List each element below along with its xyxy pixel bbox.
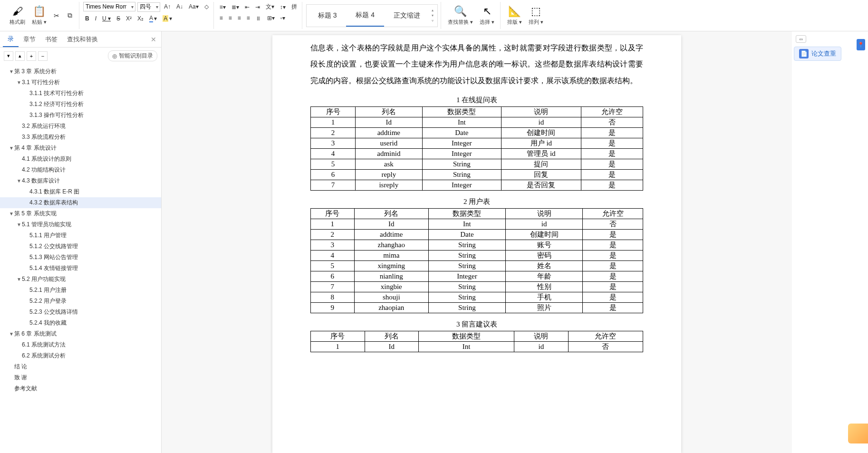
font-name-select[interactable] [83,2,135,11]
outline-item-label: 5.2.4 我的收藏 [29,319,67,327]
style-body-indent[interactable]: 正文缩进 [384,5,430,27]
locator-pin-button[interactable]: 📍 [857,39,865,50]
outline-item[interactable]: 3.2 系统运行环境 [0,121,161,132]
grow-font-button[interactable]: A↑ [162,2,173,11]
table-header-cell: 序号 [311,331,365,342]
styles-more-button[interactable]: ▿ [432,19,434,23]
numbering-button[interactable]: ≣▾ [230,3,241,11]
outline-item[interactable]: 3.1.3 操作可行性分析 [0,110,161,121]
outline-item[interactable]: 3.1.1 技术可行性分析 [0,88,161,99]
outline-item[interactable]: 5.1.2 公交线路管理 [0,241,161,252]
format-painter-button[interactable]: 🖌 格式刷 [7,4,28,27]
table-cell: 5 [311,159,356,170]
outline-item[interactable]: ▼5.2 用户功能实现 [0,274,161,285]
table-cell: 是 [583,303,643,313]
font-color-button[interactable]: A ▾ [147,14,159,23]
sidebar-tab-find[interactable]: 查找和替换 [62,32,103,47]
outline-item[interactable]: 5.2.2 用户登录 [0,296,161,307]
sidebar-tab-chapter[interactable]: 章节 [19,32,40,47]
underline-button[interactable]: U ▾ [100,14,113,23]
arrange-button[interactable]: ⬚ 排列 ▾ [526,4,546,27]
align-center-button[interactable]: ≡ [227,14,234,22]
bold-button[interactable]: B [83,14,91,23]
line-spacing-button[interactable]: ↕▾ [278,3,288,11]
outline-item[interactable]: 结 论 [0,361,161,372]
clear-format-button[interactable]: ◇ [203,2,211,11]
outline-item[interactable]: 4.1 系统设计的原则 [0,154,161,164]
outline-remove-button[interactable]: − [38,51,48,61]
sidebar-tab-bookmark[interactable]: 书签 [40,32,62,47]
table-cell: 是 [583,261,643,271]
outline-item[interactable]: 5.2.3 公交线路详情 [0,307,161,318]
align-left-button[interactable]: ≡ [218,14,225,22]
highlight-button[interactable]: A ▾ [161,14,174,23]
outline-item[interactable]: 4.3.2 数据库表结构 [0,197,161,208]
outline-item[interactable]: 5.1.1 用户管理 [0,230,161,241]
outline-add-button[interactable]: + [27,51,36,61]
shrink-font-button[interactable]: A↓ [174,2,185,11]
align-right-button[interactable]: ≡ [236,14,243,22]
outline-item[interactable]: ▼4.3 数据库设计 [0,175,161,186]
strike-button[interactable]: S [115,14,122,23]
outline-item[interactable]: 5.2.4 我的收藏 [0,318,161,328]
table-cell: Integer [422,149,502,159]
italic-button[interactable]: I [93,14,98,23]
table-cell: Int [419,342,514,352]
find-replace-button[interactable]: 🔍 查找替换 ▾ [445,4,476,27]
style-heading3[interactable]: 标题 3 [309,5,347,27]
text-direction-button[interactable]: 文▾ [264,2,276,12]
outline-item[interactable]: 致 谢 [0,372,161,383]
paste-button[interactable]: 📋 粘贴 ▾ [29,4,49,27]
document-viewport[interactable]: 信息表，这个表格的字段就是用户这个实体具备的属性，这时就需要对字段进行数据类型，… [162,31,792,453]
outline-next-button[interactable]: ▴ [15,51,25,61]
table-cell: 提问 [502,159,581,170]
panel-collapse-handle[interactable]: ⇔ [796,35,806,43]
outline-item-label: 6.1 系统测试方法 [22,341,66,349]
bullets-button[interactable]: ≡▾ [218,3,228,11]
change-case-button[interactable]: Aa▾ [187,2,201,11]
borders-button[interactable]: ▫▾ [279,14,287,22]
table-row: 1IdIntid否 [311,117,643,128]
layout-button[interactable]: 📐 排版 ▾ [504,4,525,27]
outline-item[interactable]: 3.1.2 经济可行性分析 [0,99,161,110]
table-cell: id [502,117,581,128]
outline-item[interactable]: 5.2.1 用户注册 [0,285,161,296]
outline-item[interactable]: 3.3 系统流程分析 [0,132,161,143]
styles-up-button[interactable]: ▴ [432,8,434,12]
tab-stops-button[interactable]: ⊞▾ [265,14,277,22]
table-row: 6nianlingInteger年龄是 [311,271,643,282]
align-justify-button[interactable]: ≡ [245,14,252,22]
phonetic-button[interactable]: 拼 [289,2,299,12]
outline-item[interactable]: 5.1.3 网站公告管理 [0,252,161,263]
paper-check-button[interactable]: 📄 论文查重 [794,47,841,61]
outline-item[interactable]: ▼3.1 可行性分析 [0,77,161,88]
cut-button[interactable]: ✂ [50,10,63,21]
outline-item[interactable]: 4.2 功能结构设计 [0,164,161,175]
outline-item[interactable]: 6.2 系统测试分析 [0,350,161,361]
outline-item[interactable]: 4.3.1 数据库 E-R 图 [0,186,161,197]
superscript-button[interactable]: X² [124,14,134,23]
assistant-badge[interactable] [848,424,868,443]
outline-item[interactable]: 参考文献 [0,383,161,394]
decrease-indent-button[interactable]: ⇤ [243,3,251,11]
sidebar-close-button[interactable]: ✕ [149,34,158,45]
select-button[interactable]: ↖ 选择 ▾ [477,4,497,27]
copy-button[interactable]: ⧉ [64,10,76,21]
outline-item[interactable]: ▼第 5 章 系统实现 [0,208,161,219]
outline-prev-button[interactable]: ▾ [4,51,13,61]
smart-toc-button[interactable]: ◎智能识别目录 [108,50,157,61]
sidebar-tab-toc[interactable]: 录 [3,32,19,47]
distributed-button[interactable]: ⫼ [254,14,263,22]
outline-item[interactable]: ▼第 6 章 系统测试 [0,328,161,339]
outline-item[interactable]: ▼第 4 章 系统设计 [0,143,161,154]
table-cell: 是 [583,271,643,282]
increase-indent-button[interactable]: ⇥ [253,3,262,11]
styles-down-button[interactable]: ▾ [432,13,434,18]
outline-item[interactable]: ▼5.1 管理员功能实现 [0,219,161,230]
style-heading4[interactable]: 标题 4 [346,5,384,27]
outline-item[interactable]: ▼第 3 章 系统分析 [0,66,161,77]
font-size-select[interactable] [137,2,160,12]
outline-item[interactable]: 5.1.4 友情链接管理 [0,263,161,274]
subscript-button[interactable]: X₂ [135,14,145,23]
outline-item[interactable]: 6.1 系统测试方法 [0,339,161,350]
